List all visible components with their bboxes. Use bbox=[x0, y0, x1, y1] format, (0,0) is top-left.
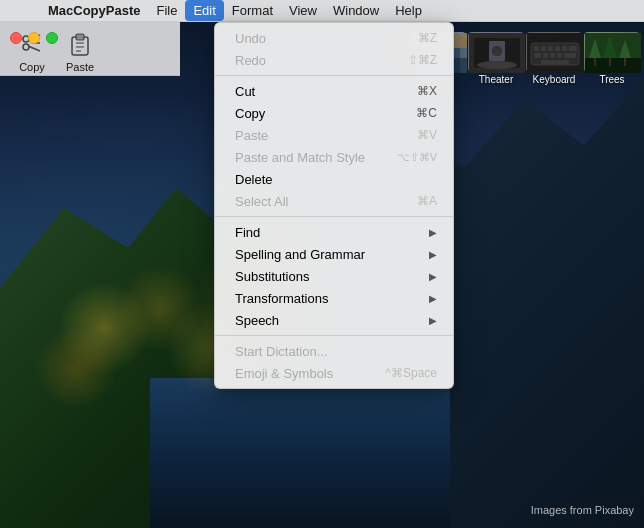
cut-shortcut: ⌘X bbox=[417, 84, 437, 98]
menubar-format[interactable]: Format bbox=[224, 0, 281, 21]
svg-rect-28 bbox=[555, 46, 560, 51]
apple-menu[interactable] bbox=[0, 0, 40, 21]
svg-rect-6 bbox=[76, 34, 84, 40]
svg-rect-32 bbox=[543, 53, 548, 58]
svg-rect-25 bbox=[534, 46, 539, 51]
menubar-edit[interactable]: Edit bbox=[185, 0, 223, 21]
menu-item-undo[interactable]: Undo ⌘Z bbox=[215, 27, 453, 49]
minimize-button[interactable] bbox=[28, 32, 40, 44]
emoji-shortcut: ^⌘Space bbox=[385, 366, 437, 380]
redo-label: Redo bbox=[235, 53, 388, 68]
theater-thumbnail bbox=[468, 32, 524, 72]
substitutions-arrow: ▶ bbox=[429, 271, 437, 282]
undo-label: Undo bbox=[235, 31, 398, 46]
menu-item-select-all[interactable]: Select All ⌘A bbox=[215, 190, 453, 212]
transformations-label: Transformations bbox=[235, 291, 429, 306]
menubar-view[interactable]: View bbox=[281, 0, 325, 21]
paste-label: Paste bbox=[66, 61, 94, 73]
maximize-button[interactable] bbox=[46, 32, 58, 44]
menu-item-transformations[interactable]: Transformations ▶ bbox=[215, 287, 453, 309]
menu-item-dictation[interactable]: Start Dictation... bbox=[215, 340, 453, 362]
separator-2 bbox=[215, 216, 453, 217]
thumbnail-theater[interactable]: Theater bbox=[468, 32, 524, 85]
trees-label: Trees bbox=[599, 74, 624, 85]
menubar: MacCopyPaste File Edit Format View Windo… bbox=[0, 0, 644, 22]
menu-item-paste-match[interactable]: Paste and Match Style ⌥⇧⌘V bbox=[215, 146, 453, 168]
emoji-label: Emoji & Symbols bbox=[235, 366, 365, 381]
svg-rect-43 bbox=[609, 58, 611, 66]
dictation-label: Start Dictation... bbox=[235, 344, 417, 359]
svg-rect-42 bbox=[594, 58, 596, 66]
copy-menu-label: Copy bbox=[235, 106, 396, 121]
svg-line-3 bbox=[28, 46, 40, 51]
traffic-lights bbox=[10, 32, 58, 44]
menu-item-copy[interactable]: Copy ⌘C bbox=[215, 102, 453, 124]
svg-point-22 bbox=[491, 45, 503, 57]
menubar-window[interactable]: Window bbox=[325, 0, 387, 21]
redo-shortcut: ⇧⌘Z bbox=[408, 53, 437, 67]
close-button[interactable] bbox=[10, 32, 22, 44]
paste-match-label: Paste and Match Style bbox=[235, 150, 377, 165]
menu-item-emoji[interactable]: Emoji & Symbols ^⌘Space bbox=[215, 362, 453, 384]
svg-point-1 bbox=[23, 44, 29, 50]
paste-icon bbox=[64, 27, 96, 59]
menu-item-substitutions[interactable]: Substitutions ▶ bbox=[215, 265, 453, 287]
svg-rect-29 bbox=[562, 46, 567, 51]
separator-3 bbox=[215, 335, 453, 336]
substitutions-label: Substitutions bbox=[235, 269, 429, 284]
find-label: Find bbox=[235, 225, 429, 240]
menubar-file[interactable]: File bbox=[148, 0, 185, 21]
svg-rect-34 bbox=[557, 53, 562, 58]
spelling-label: Spelling and Grammar bbox=[235, 247, 429, 262]
keyboard-label: Keyboard bbox=[533, 74, 576, 85]
spelling-arrow: ▶ bbox=[429, 249, 437, 260]
menu-item-speech[interactable]: Speech ▶ bbox=[215, 309, 453, 331]
menubar-help[interactable]: Help bbox=[387, 0, 430, 21]
copy-shortcut: ⌘C bbox=[416, 106, 437, 120]
select-all-label: Select All bbox=[235, 194, 397, 209]
menu-item-find[interactable]: Find ▶ bbox=[215, 221, 453, 243]
transformations-arrow: ▶ bbox=[429, 293, 437, 304]
svg-rect-31 bbox=[534, 53, 541, 58]
svg-rect-36 bbox=[541, 60, 569, 64]
menu-item-spelling[interactable]: Spelling and Grammar ▶ bbox=[215, 243, 453, 265]
menubar-app-name[interactable]: MacCopyPaste bbox=[40, 0, 148, 21]
pixabay-credit: Images from Pixabay bbox=[531, 504, 634, 516]
delete-label: Delete bbox=[235, 172, 417, 187]
trees-thumbnail bbox=[584, 32, 640, 72]
edit-dropdown-menu: Undo ⌘Z Redo ⇧⌘Z Cut ⌘X Copy ⌘C Paste ⌘V… bbox=[214, 22, 454, 389]
thumbnail-keyboard[interactable]: Keyboard bbox=[526, 32, 582, 85]
thumbnail-trees[interactable]: Trees bbox=[584, 32, 640, 85]
svg-rect-27 bbox=[548, 46, 553, 51]
menu-item-paste[interactable]: Paste ⌘V bbox=[215, 124, 453, 146]
svg-point-20 bbox=[477, 61, 517, 69]
keyboard-thumbnail bbox=[526, 32, 582, 72]
speech-arrow: ▶ bbox=[429, 315, 437, 326]
menu-item-redo[interactable]: Redo ⇧⌘Z bbox=[215, 49, 453, 71]
paste-menu-label: Paste bbox=[235, 128, 397, 143]
toolbar: Copy Paste bbox=[0, 22, 200, 78]
find-arrow: ▶ bbox=[429, 227, 437, 238]
paste-shortcut: ⌘V bbox=[417, 128, 437, 142]
copy-label: Copy bbox=[19, 61, 45, 73]
menu-item-cut[interactable]: Cut ⌘X bbox=[215, 80, 453, 102]
paste-match-shortcut: ⌥⇧⌘V bbox=[397, 151, 437, 164]
svg-rect-33 bbox=[550, 53, 555, 58]
speech-label: Speech bbox=[235, 313, 429, 328]
svg-rect-26 bbox=[541, 46, 546, 51]
svg-rect-30 bbox=[569, 46, 577, 51]
select-all-shortcut: ⌘A bbox=[417, 194, 437, 208]
svg-rect-35 bbox=[564, 53, 576, 58]
separator-1 bbox=[215, 75, 453, 76]
cut-label: Cut bbox=[235, 84, 397, 99]
svg-rect-44 bbox=[624, 58, 626, 66]
svg-rect-38 bbox=[585, 58, 641, 73]
paste-toolbar-button[interactable]: Paste bbox=[64, 27, 96, 73]
theater-label: Theater bbox=[479, 74, 513, 85]
undo-shortcut: ⌘Z bbox=[418, 31, 437, 45]
menu-item-delete[interactable]: Delete bbox=[215, 168, 453, 190]
